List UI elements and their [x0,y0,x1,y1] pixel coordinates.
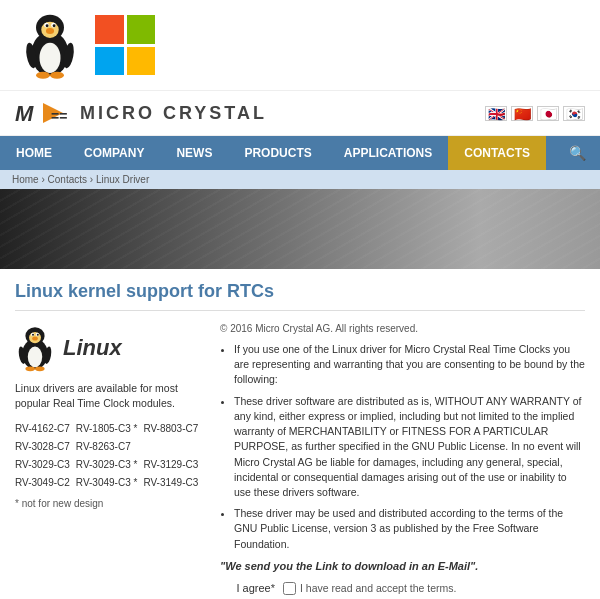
driver-cell: RV-3129-C3 [143,456,204,474]
terms-item-1: If you use one of the Linux driver for M… [234,342,585,388]
flag-cn[interactable]: 🇨🇳 [511,106,533,121]
nav-contacts[interactable]: CONTACTS [448,136,546,170]
svg-point-9 [36,72,50,79]
copyright-text: © 2016 Micro Crystal AG. All rights rese… [220,323,585,334]
hero-image [0,189,600,269]
svg-point-10 [50,72,64,79]
flag-kr[interactable]: 🇰🇷 [563,106,585,121]
bold-download-line: "We send you the Link to download in an … [220,560,585,572]
main-nav: HOME COMPANY NEWS PRODUCTS APPLICATIONS … [0,136,600,170]
brand-left: M == MICRO CRYSTAL [15,99,267,127]
microsoft-logo [95,15,155,75]
svg-text:==: == [51,108,67,124]
table-row: RV-3049-C2 RV-3049-C3 * RV-3149-C3 [15,474,204,492]
agree-checkbox-label[interactable]: I have read and accept the terms. [283,582,456,595]
agree-label: I agree* [220,582,275,594]
agree-row: I agree* I have read and accept the term… [220,582,585,595]
table-row: RV-3028-C7 RV-8263-C7 [15,438,204,456]
main-content: Linux kernel support for RTCs [0,269,600,599]
agree-checkbox-text: I have read and accept the terms. [300,582,456,594]
terms-item-3: These driver may be used and distributed… [234,506,585,552]
breadcrumb-path: Home › Contacts › Linux Driver [12,174,149,185]
driver-cell: RV-3049-C3 * [76,474,144,492]
driver-cell [143,438,204,456]
linux-label: Linux [63,335,122,361]
flag-en[interactable]: 🇬🇧 [485,106,507,121]
svg-point-17 [28,346,42,367]
driver-cell: RV-8263-C7 [76,438,144,456]
driver-cell: RV-8803-C7 [143,420,204,438]
nav-products[interactable]: PRODUCTS [228,136,327,170]
driver-cell: RV-3029-C3 * [76,456,144,474]
svg-point-1 [40,43,61,73]
breadcrumb: Home › Contacts › Linux Driver [0,170,600,189]
linux-logo-area: Linux [15,323,205,373]
right-column: © 2016 Micro Crystal AG. All rights rese… [220,323,585,599]
brand-bar: M == MICRO CRYSTAL 🇬🇧 🇨🇳 🇯🇵 🇰🇷 [0,90,600,136]
top-logos-area [0,0,600,90]
content-row: Linux Linux drivers are available for mo… [15,323,585,599]
footnote: * not for new design [15,498,205,509]
tux-penguin-icon [15,10,85,80]
svg-point-22 [32,334,34,336]
driver-cell: RV-1805-C3 * [76,420,144,438]
ms-square-red [95,15,124,44]
svg-text:M: M [15,101,34,126]
driver-cell: RV-3149-C3 [143,474,204,492]
svg-point-23 [37,334,39,336]
driver-cell: RV-4162-C7 [15,420,76,438]
search-icon[interactable]: 🔍 [555,137,600,169]
page-title: Linux kernel support for RTCs [15,281,585,311]
terms-list: If you use one of the Linux driver for M… [220,342,585,552]
linux-description: Linux drivers are available for most pop… [15,381,205,410]
nav-home[interactable]: HOME [0,136,68,170]
ms-square-yellow [127,47,156,76]
flag-jp[interactable]: 🇯🇵 [537,106,559,121]
terms-item-2: These driver software are distributed as… [234,394,585,501]
svg-point-8 [46,28,54,34]
nav-news[interactable]: NEWS [160,136,228,170]
mc-logo-icon: M == [15,99,70,127]
svg-point-7 [53,24,56,27]
driver-table: RV-4162-C7 RV-1805-C3 * RV-8803-C7 RV-30… [15,420,205,492]
table-row: RV-3029-C3 RV-3029-C3 * RV-3129-C3 [15,456,204,474]
svg-point-6 [46,24,49,27]
table-row: RV-4162-C7 RV-1805-C3 * RV-8803-C7 [15,420,204,438]
driver-cell: RV-3029-C3 [15,456,76,474]
agree-checkbox[interactable] [283,582,296,595]
ms-square-blue [95,47,124,76]
svg-point-24 [32,336,38,340]
tux-small-icon [15,323,55,373]
svg-point-26 [35,366,45,371]
driver-cell: RV-3028-C7 [15,438,76,456]
left-column: Linux Linux drivers are available for mo… [15,323,205,599]
ms-square-green [127,15,156,44]
nav-applications[interactable]: APPLICATIONS [328,136,448,170]
language-flags[interactable]: 🇬🇧 🇨🇳 🇯🇵 🇰🇷 [485,106,585,121]
svg-point-25 [25,366,35,371]
brand-name: MICRO CRYSTAL [80,103,267,124]
hero-overlay [0,189,600,269]
nav-company[interactable]: COMPANY [68,136,160,170]
driver-cell: RV-3049-C2 [15,474,76,492]
